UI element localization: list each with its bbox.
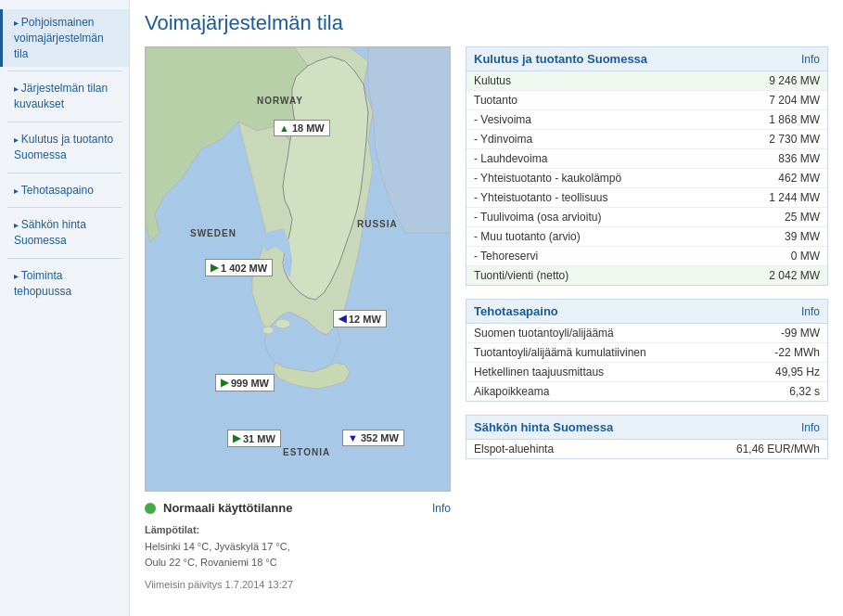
- map-badge-russia: ◀ 12 MW: [333, 310, 387, 327]
- table-row: - Yhteistuotanto - kaukolämpö462 MW: [466, 169, 827, 188]
- arrow-right-icon-1402: ▶: [211, 262, 218, 274]
- table-row: - Ydinvoima2 730 MW: [466, 130, 827, 149]
- electricity-price-header: Sähkön hinta Suomessa Info: [466, 416, 827, 440]
- map-badge-sweden-999: ▶ 999 MW: [215, 374, 275, 391]
- svg-point-7: [275, 319, 290, 328]
- temperature-values: Helsinki 14 °C, Jyväskylä 17 °C,Oulu 22 …: [145, 541, 290, 569]
- content-area: NORWAY SWEDEN RUSSIA ESTONIA ▲ 18 MW ▶ 1…: [145, 46, 828, 590]
- estonia-label: ESTONIA: [283, 447, 330, 457]
- arrow-up-icon: ▲: [279, 122, 289, 134]
- arrow-right-icon-31: ▶: [233, 432, 240, 444]
- table-row: Tuotantoyli/alijäämä kumulatiivinen-22 M…: [466, 343, 827, 363]
- table-row: Hetkellinen taajuusmittaus49,95 Hz: [466, 363, 827, 382]
- sidebar-item-nordic[interactable]: Pohjoismainen voimajärjestelmän tila: [0, 9, 129, 67]
- sidebar-item-operations[interactable]: Toiminta tehopuussa: [0, 263, 129, 305]
- table-row: Suomen tuotantoyli/alijäämä-99 MW: [466, 324, 827, 343]
- temperature-section: Lämpötilat: Helsinki 14 °C, Jyväskylä 17…: [145, 522, 451, 571]
- arrow-left-icon-12: ◀: [338, 313, 346, 325]
- power-balance-title: Tehotasapaino: [474, 304, 558, 318]
- info-panels: Kulutus ja tuotanto Suomessa Info Kulutu…: [466, 46, 828, 590]
- electricity-price-table: Elspot-aluehinta61,46 EUR/MWh: [466, 440, 827, 458]
- status-bar: Normaali käyttötilanne Info Lämpötilat: …: [145, 501, 451, 590]
- electricity-price-title: Sähkön hinta Suomessa: [474, 420, 613, 434]
- map-background: NORWAY SWEDEN RUSSIA ESTONIA ▲ 18 MW ▶ 1…: [145, 46, 451, 492]
- arrow-right-icon-999: ▶: [221, 377, 228, 389]
- consumption-section: Kulutus ja tuotanto Suomessa Info Kulutu…: [466, 46, 828, 286]
- table-row: Tuonti/vienti (netto)2 042 MW: [466, 266, 827, 286]
- temperature-label: Lämpötilat:: [145, 524, 199, 535]
- status-indicator: [145, 503, 156, 514]
- sidebar-item-consumption[interactable]: Kulutus ja tuotanto Suomessa: [0, 126, 129, 169]
- svg-point-8: [262, 327, 274, 334]
- table-row: Elspot-aluehinta61,46 EUR/MWh: [466, 440, 827, 458]
- svg-marker-2: [368, 47, 451, 233]
- power-balance-header: Tehotasapaino Info: [466, 300, 827, 324]
- russia-label: RUSSIA: [357, 219, 398, 229]
- map-badge-sweden-1402: ▶ 1 402 MW: [205, 259, 273, 276]
- table-row: - Lauhdevoima836 MW: [466, 149, 827, 169]
- sidebar-item-state-desc[interactable]: Järjestelmän tilan kuvaukset: [0, 75, 129, 118]
- sidebar-item-power-balance[interactable]: Tehotasapaino: [0, 177, 129, 204]
- power-balance-info-link[interactable]: Info: [801, 305, 820, 318]
- map-badge-estonia: ▼ 352 MW: [342, 430, 404, 446]
- sidebar-divider-5: [7, 258, 121, 259]
- table-row: - Yhteistuotanto - teollisuus1 244 MW: [466, 188, 827, 208]
- page-title: Voimajärjestelmän tila: [145, 11, 828, 35]
- table-row: Aikapoikkeama6,32 s: [466, 382, 827, 402]
- consumption-header: Kulutus ja tuotanto Suomessa Info: [466, 47, 827, 71]
- map-svg: [146, 47, 451, 492]
- last-updated: Viimeisin päivitys 1.7.2014 13:27: [145, 579, 451, 590]
- power-balance-table: Suomen tuotantoyli/alijäämä-99 MWTuotant…: [466, 324, 827, 401]
- consumption-table: Kulutus9 246 MWTuotanto7 204 MW- Vesivoi…: [466, 71, 827, 285]
- electricity-price-section: Sähkön hinta Suomessa Info Elspot-aluehi…: [466, 415, 828, 459]
- sidebar-divider: [7, 71, 121, 71]
- main-content: Voimajärjestelmän tila: [130, 0, 843, 616]
- consumption-title: Kulutus ja tuotanto Suomessa: [474, 52, 647, 66]
- sidebar-divider-4: [7, 207, 121, 208]
- table-row: Tuotanto7 204 MW: [466, 91, 827, 110]
- table-row: - Vesivoima1 868 MW: [466, 110, 827, 130]
- map-badge-sweden-31: ▶ 31 MW: [227, 430, 281, 447]
- table-row: - Tehoreservi0 MW: [466, 247, 827, 266]
- table-row: - Muu tuotanto (arvio)39 MW: [466, 227, 827, 247]
- map-badge-norway: ▲ 18 MW: [274, 120, 330, 136]
- sidebar-item-electricity-price[interactable]: Sähkön hinta Suomessa: [0, 212, 129, 254]
- sidebar: Pohjoismainen voimajärjestelmän tila Jär…: [0, 0, 130, 616]
- sweden-label: SWEDEN: [190, 228, 236, 238]
- status-label: Normaali käyttötilanne: [163, 501, 292, 515]
- norway-label: NORWAY: [257, 96, 303, 106]
- sidebar-divider-3: [7, 173, 121, 173]
- bottom-status-row: Normaali käyttötilanne Info: [145, 501, 451, 515]
- arrow-down-icon-352: ▼: [348, 432, 358, 443]
- table-row: Kulutus9 246 MW: [466, 71, 827, 91]
- consumption-info-link[interactable]: Info: [801, 53, 820, 66]
- electricity-price-info-link[interactable]: Info: [801, 421, 820, 434]
- map-container: NORWAY SWEDEN RUSSIA ESTONIA ▲ 18 MW ▶ 1…: [145, 46, 451, 590]
- sidebar-divider-2: [7, 122, 121, 122]
- power-balance-section: Tehotasapaino Info Suomen tuotantoyli/al…: [466, 299, 828, 402]
- table-row: - Tuulivoima (osa arvioitu)25 MW: [466, 208, 827, 227]
- status-info-link[interactable]: Info: [432, 502, 451, 515]
